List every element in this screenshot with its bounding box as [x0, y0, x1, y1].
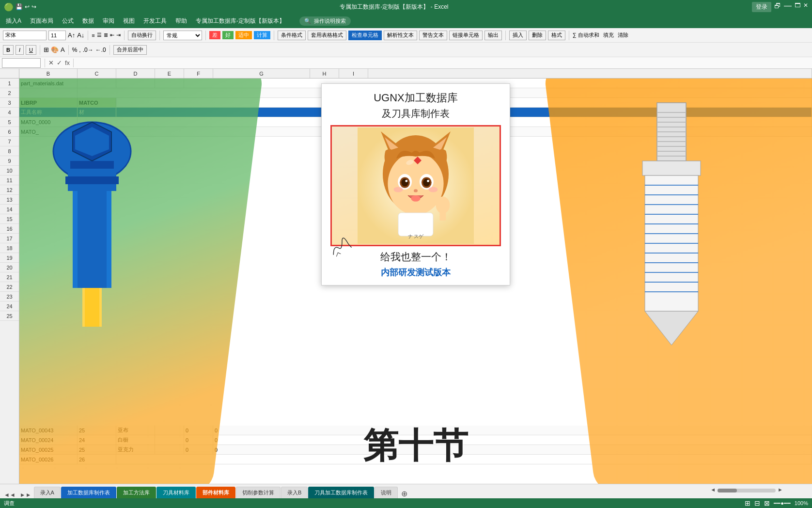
restore-button[interactable]: 🗗: [774, 2, 781, 12]
scroll-thumb[interactable]: [718, 489, 737, 492]
scroll-right-icon[interactable]: ►: [778, 487, 783, 492]
number-format-select[interactable]: 常规数值货币: [163, 31, 202, 40]
align-center-button[interactable]: ☰: [97, 32, 102, 38]
bold-button[interactable]: B: [3, 45, 14, 55]
font-name-input[interactable]: [3, 31, 47, 40]
col-header-E[interactable]: E: [155, 69, 184, 78]
cell-1-D[interactable]: [116, 79, 155, 88]
warn-cell-button[interactable]: 警告文本: [419, 31, 447, 40]
decrease-decimal-button[interactable]: ←.0: [95, 47, 106, 53]
cell-1-B[interactable]: part_materials.dat: [19, 79, 78, 88]
cell-23-rest[interactable]: 0: [213, 435, 812, 444]
name-box-input[interactable]: [2, 58, 41, 68]
diff-style-btn[interactable]: 差: [209, 31, 220, 39]
cell-3-rest[interactable]: [116, 98, 812, 107]
row-num-17[interactable]: 17: [0, 234, 19, 243]
sheet-tab-machining-db[interactable]: 加工数据库制作表: [61, 487, 116, 498]
row-num-23[interactable]: 23: [0, 292, 19, 302]
percent-button[interactable]: %: [72, 47, 78, 53]
cell-5-rest[interactable]: [78, 117, 812, 127]
italic-button[interactable]: I: [16, 45, 24, 55]
menu-insert[interactable]: 插入A: [2, 16, 25, 27]
cell-22-E[interactable]: [155, 426, 184, 435]
align-left-button[interactable]: ≡: [92, 32, 94, 38]
menu-developer[interactable]: 开发工具: [140, 16, 171, 27]
search-box[interactable]: 🔍 操作说明搜索: [299, 16, 351, 26]
add-sheet-button[interactable]: ⊕: [398, 489, 410, 498]
font-size-decrease-button[interactable]: A↓: [77, 32, 84, 39]
row-num-15[interactable]: 15: [0, 214, 19, 224]
close-button[interactable]: ✕: [803, 2, 808, 12]
cell-22-rest[interactable]: 0: [213, 426, 812, 435]
sheet-nav-right[interactable]: ►►: [18, 492, 33, 498]
menu-data[interactable]: 数据: [78, 16, 98, 27]
cell-table-format-button[interactable]: 套用表格格式: [308, 31, 346, 40]
login-button[interactable]: 登录: [752, 2, 771, 12]
row-num-1[interactable]: 1: [0, 79, 19, 88]
cell-23-E[interactable]: [155, 435, 184, 444]
cell-2-rest[interactable]: [78, 88, 812, 97]
conditional-format-button[interactable]: 条件格式: [278, 31, 306, 40]
cell-24-D[interactable]: 亚克力: [116, 445, 155, 454]
view-break-button[interactable]: ⊠: [764, 499, 770, 507]
scroll-left-icon[interactable]: ◄: [710, 487, 716, 492]
cell-1-E[interactable]: [155, 79, 184, 88]
cell-24-C[interactable]: 25: [78, 445, 116, 454]
output-button[interactable]: 输出: [484, 31, 502, 40]
indent-increase-button[interactable]: ⇥: [116, 32, 121, 38]
col-header-C[interactable]: C: [78, 69, 116, 78]
minimize-button[interactable]: —: [784, 2, 792, 12]
quick-access-save[interactable]: 💾: [16, 3, 23, 10]
row-num-20[interactable]: 20: [0, 263, 19, 272]
cell-25-rest[interactable]: [116, 455, 812, 464]
row-num-7[interactable]: 7: [0, 137, 19, 146]
quick-access-undo[interactable]: ↩: [25, 3, 30, 10]
clear-button[interactable]: 清除: [618, 32, 628, 39]
cell-1-rest[interactable]: [184, 79, 812, 88]
quick-access-redo[interactable]: ↪: [31, 3, 36, 10]
cell-23-D[interactable]: 白橱: [116, 435, 155, 444]
medium-style-btn[interactable]: 适中: [235, 31, 252, 39]
cancel-icon[interactable]: ✕: [48, 59, 54, 66]
menu-custom-db[interactable]: 专属加工数据库-定制版【新版本】: [192, 16, 289, 27]
cell-22-C[interactable]: 25: [78, 426, 116, 435]
underline-button[interactable]: U: [26, 45, 36, 55]
increase-decimal-button[interactable]: .0→: [83, 47, 94, 53]
cell-6-rest[interactable]: [78, 127, 812, 136]
font-color-button[interactable]: A: [61, 46, 65, 53]
format-button[interactable]: 格式: [548, 31, 565, 40]
cell-25-B[interactable]: MATO_00026: [19, 455, 78, 464]
row-num-9[interactable]: 9: [0, 156, 19, 166]
col-header-D[interactable]: D: [116, 69, 155, 78]
col-header-B[interactable]: B: [19, 69, 78, 78]
auto-wrap-button[interactable]: 自动换行: [128, 31, 156, 40]
menu-review[interactable]: 审阅: [99, 16, 118, 27]
menu-help[interactable]: 帮助: [172, 16, 191, 27]
cell-22-F[interactable]: 0: [184, 426, 213, 435]
row-num-19[interactable]: 19: [0, 253, 19, 263]
fill-color-button[interactable]: 🎨: [51, 46, 59, 53]
good-style-btn[interactable]: 好: [222, 31, 234, 39]
cell-4-rest[interactable]: [116, 108, 812, 117]
fill-button[interactable]: 填充: [603, 32, 614, 39]
sheet-tab-notes[interactable]: 说明: [375, 487, 398, 498]
row-num-3[interactable]: 3: [0, 98, 19, 108]
sheet-tab-tool-db[interactable]: 刀具加工数据库制作表: [308, 487, 374, 498]
menu-view[interactable]: 视图: [119, 16, 139, 27]
sheet-tab-tool-material[interactable]: 刀具材料库: [156, 487, 196, 498]
col-header-F[interactable]: F: [184, 69, 213, 78]
cell-22-D[interactable]: 亚布: [116, 426, 155, 435]
confirm-icon[interactable]: ✓: [57, 59, 62, 66]
row-num-5[interactable]: 5: [0, 117, 19, 127]
col-header-I[interactable]: I: [339, 69, 368, 78]
sheet-tab-machining-method[interactable]: 加工方法库: [117, 487, 156, 498]
row-num-21[interactable]: 21: [0, 272, 19, 282]
cell-24-rest[interactable]: 0: [213, 445, 812, 454]
cell-24-B[interactable]: MATO_00025: [19, 445, 78, 454]
cell-1-C[interactable]: [78, 79, 116, 88]
cell-24-E[interactable]: [155, 445, 184, 454]
fx-icon[interactable]: fx: [65, 59, 70, 66]
font-size-increase-button[interactable]: A↑: [68, 32, 75, 39]
link-cell-button[interactable]: 链接单元格: [449, 31, 483, 40]
cell-24-F[interactable]: 0: [184, 445, 213, 454]
